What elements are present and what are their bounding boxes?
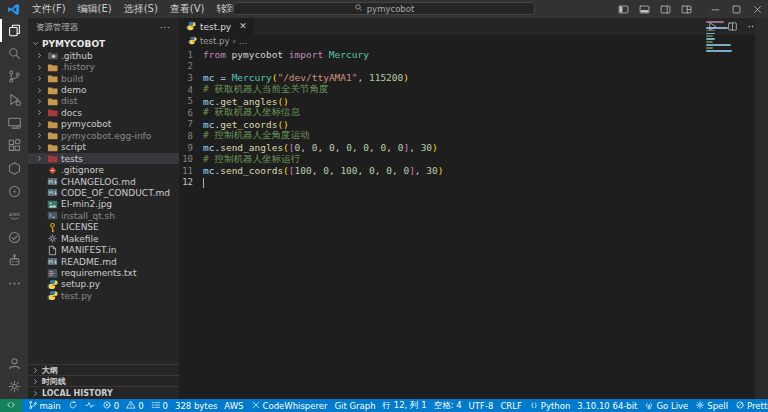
code-line-10[interactable]: 10# 控制机器人坐标运行	[179, 153, 768, 165]
minimize-icon[interactable]	[705, 0, 726, 18]
activity-circle-extension-icon[interactable]	[0, 180, 28, 203]
line-number: 5	[179, 96, 203, 106]
breadcrumb-file[interactable]: test.py	[200, 36, 229, 46]
code-editor[interactable]: 1from pymycobot import Mercury23mc = Mer…	[179, 47, 768, 399]
status-codewhisperer[interactable]: CodeWhisperer	[247, 399, 331, 412]
code-line-4[interactable]: 4# 获取机器人当前全关节角度	[179, 84, 768, 96]
code-line-11[interactable]: 11mc.send_coords([100, 0, 100, 0, 0, 0],…	[179, 165, 768, 177]
status-spell-checker[interactable]: Spell	[692, 399, 732, 412]
status-warnings[interactable]: 0	[123, 399, 147, 412]
status-encoding[interactable]: UTF-8	[465, 399, 497, 412]
tree-item-ei-min2.jpg[interactable]: EI-min2.jpg	[28, 199, 179, 210]
tree-item-docs[interactable]: docs	[28, 107, 179, 118]
activity-remote-explorer-icon[interactable]	[0, 111, 28, 134]
close-tab-icon[interactable]: ✕	[239, 22, 247, 31]
maximize-icon[interactable]	[726, 0, 747, 18]
tree-item-code_of_conduct.md[interactable]: CODE_OF_CONDUCT.md	[28, 187, 179, 198]
chevron-right-icon	[35, 52, 44, 59]
status-eol-sequence[interactable]: CRLF	[497, 399, 525, 412]
code-line-5[interactable]: 5mc.get_angles()	[179, 95, 768, 107]
status-activity-pulse[interactable]	[81, 399, 98, 412]
chevron-right-icon	[31, 367, 40, 374]
minimap[interactable]	[706, 21, 752, 56]
tree-item-.history[interactable]: .history	[28, 61, 179, 72]
status-prettier[interactable]: Prettier	[732, 399, 768, 412]
status-git-graph[interactable]: Git Graph	[331, 399, 379, 412]
tree-item-dist[interactable]: dist	[28, 96, 179, 107]
tree-item-manifest.in[interactable]: MANIFEST.in	[28, 244, 179, 255]
tree-item-tests[interactable]: tests	[28, 153, 179, 164]
code-line-7[interactable]: 7mc.get_coords()	[179, 119, 768, 131]
menu-item-3[interactable]: 查看(V)	[164, 0, 211, 18]
status-git-sync[interactable]	[64, 399, 81, 412]
tree-item-pymycobot.egg-info[interactable]: pymycobot.egg-info	[28, 130, 179, 141]
breadcrumb[interactable]: test.py › …	[179, 35, 768, 47]
tree-item-test.py[interactable]: test.py	[28, 290, 179, 301]
activity-explorer-icon[interactable]	[0, 19, 28, 42]
status-file-size[interactable]: 328 bytes	[172, 399, 221, 412]
code-line-12[interactable]: 12	[179, 177, 768, 189]
code-line-6[interactable]: 6# 获取机器人坐标信息	[179, 107, 768, 119]
status-cursor-position[interactable]: 行 12, 列 1	[379, 399, 430, 412]
tree-item-readme.md[interactable]: README.md	[28, 256, 179, 267]
status-indentation[interactable]: 空格: 4	[430, 399, 465, 412]
toggle-secondary-sidebar-icon[interactable]	[655, 0, 676, 18]
activity-run-and-debug-icon[interactable]	[0, 88, 28, 111]
tree-item-demo[interactable]: demo	[28, 84, 179, 95]
code-line-9[interactable]: 9mc.send_angles([0, 0, 0, 0, 0, 0, 0], 3…	[179, 142, 768, 154]
activity-settings-icon[interactable]	[0, 375, 28, 398]
breadcrumb-more[interactable]: …	[239, 36, 248, 46]
tree-item-.github[interactable]: .github	[28, 50, 179, 61]
menu-item-2[interactable]: 选择(S)	[118, 0, 164, 18]
explorer-more-actions[interactable]: ···	[160, 23, 171, 33]
shell-icon	[47, 210, 58, 221]
code-line-1[interactable]: 1from pymycobot import Mercury	[179, 49, 768, 61]
status-go-live[interactable]: Go Live	[641, 399, 692, 412]
folder-icon	[47, 142, 58, 153]
tree-item-changelog.md[interactable]: CHANGELOG.md	[28, 176, 179, 187]
status-bar: main000328 bytesAWSCodeWhispererGit Grap…	[0, 399, 768, 412]
tab-test-py[interactable]: test.py ✕	[179, 18, 254, 35]
status-errors[interactable]: 0	[98, 399, 122, 412]
close-icon[interactable]	[747, 0, 768, 18]
toggle-panel-icon[interactable]	[634, 0, 655, 18]
activity-additional-views-icon[interactable]	[0, 272, 28, 295]
menu-item-0[interactable]: 文件(F)	[26, 0, 72, 18]
activity-hexagon-extension-icon[interactable]	[0, 157, 28, 180]
activity-aws-toolkit-icon[interactable]: aws	[0, 203, 28, 226]
code-line-2[interactable]: 2	[179, 61, 768, 73]
status-remote-window[interactable]	[0, 399, 22, 412]
tree-item-build[interactable]: build	[28, 73, 179, 84]
activity-cloud-check-extension-icon[interactable]	[0, 226, 28, 249]
tree-item-license[interactable]: LICENSE	[28, 222, 179, 233]
toggle-primary-sidebar-icon[interactable]	[613, 0, 634, 18]
menu-item-1[interactable]: 编辑(E)	[72, 0, 118, 18]
tree-item-makefile[interactable]: Makefile	[28, 233, 179, 244]
section-2[interactable]: LOCAL HISTORY	[28, 386, 179, 399]
status-list-count[interactable]: 0	[147, 399, 171, 412]
section-1[interactable]: 时间线	[28, 375, 179, 386]
back-arrow-icon[interactable]	[220, 3, 231, 16]
code-line-3[interactable]: 3mc = Mercury("/dev/ttyAMA1", 115200)	[179, 72, 768, 84]
activity-robot-extension-icon[interactable]	[0, 249, 28, 272]
code-line-8[interactable]: 8# 控制机器人全角度运动	[179, 130, 768, 142]
tree-root-pymycobot[interactable]: PYMYCOBOT	[28, 37, 179, 50]
status-git-branch[interactable]: main	[24, 399, 64, 412]
command-center-search[interactable]: pymycobot	[233, 2, 535, 15]
section-0[interactable]: 大纲	[28, 364, 179, 375]
tree-item-install_qt.sh[interactable]: install_qt.sh	[28, 210, 179, 221]
status-language-mode[interactable]: {}Python	[525, 399, 573, 412]
activity-extensions-icon[interactable]	[0, 134, 28, 157]
status-python-interpreter[interactable]: 3.10.10 64-bit	[574, 399, 641, 412]
tree-item-setup.py[interactable]: setup.py	[28, 279, 179, 290]
customize-layout-icon[interactable]	[676, 0, 697, 18]
tree-item-script[interactable]: script	[28, 142, 179, 153]
activity-accounts-icon[interactable]	[0, 352, 28, 375]
tree-item-.gitignore[interactable]: .gitignore	[28, 164, 179, 175]
editor-scrollbar[interactable]	[755, 18, 768, 399]
activity-source-control-icon[interactable]	[0, 65, 28, 88]
tree-item-requirements.txt[interactable]: requirements.txt	[28, 267, 179, 278]
tree-item-pymycobot[interactable]: pymycobot	[28, 119, 179, 130]
status-aws-status[interactable]: AWS	[221, 399, 247, 412]
activity-search-icon[interactable]	[0, 42, 28, 65]
